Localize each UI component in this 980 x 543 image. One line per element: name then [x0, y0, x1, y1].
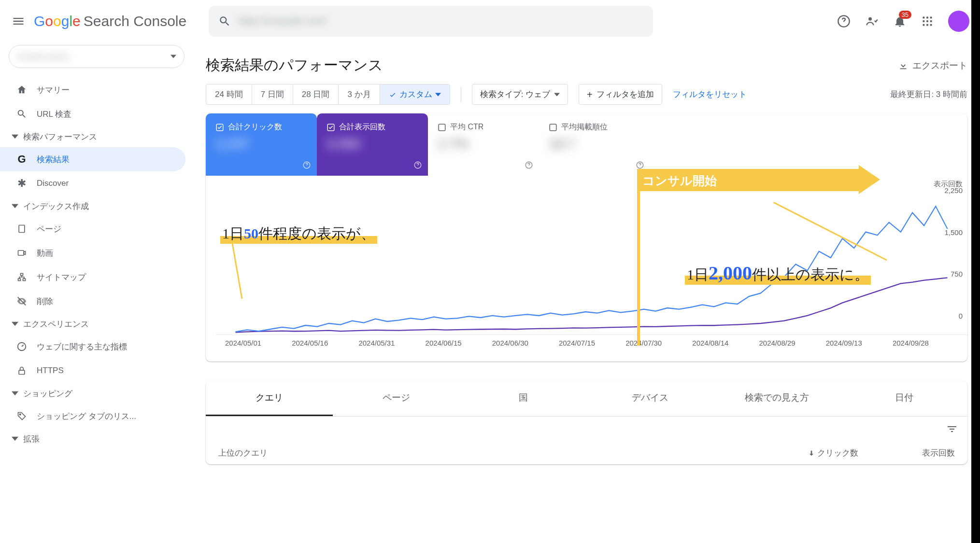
x-tick-label: 2024/08/29 — [759, 339, 795, 347]
metric-ctr-label: 平均 CTR — [450, 122, 483, 132]
lock-icon — [15, 366, 28, 376]
nav-pages[interactable]: ページ — [0, 217, 185, 241]
y-tick-label: 2,250 — [944, 186, 963, 195]
menu-icon[interactable] — [11, 14, 26, 29]
info-icon[interactable] — [525, 161, 533, 171]
x-tick-label: 2024/05/16 — [292, 339, 328, 347]
date-7d-button[interactable]: 7 日間 — [252, 84, 293, 104]
annotation-right: 1日2,000件以上の表示に。 — [685, 262, 871, 285]
annotation-line-right — [773, 202, 899, 265]
checkbox-checked-icon — [215, 123, 224, 132]
svg-rect-17 — [19, 370, 25, 374]
help-icon[interactable] — [837, 14, 851, 28]
metric-position-tile[interactable]: 平均掲載順位 18.7 — [539, 113, 650, 176]
search-icon — [15, 109, 28, 119]
tab-pages[interactable]: ページ — [333, 381, 460, 416]
nav-removals[interactable]: 削除 — [0, 289, 185, 313]
svg-point-6 — [926, 20, 928, 22]
info-icon[interactable] — [302, 161, 311, 171]
x-tick-label: 2024/09/13 — [826, 339, 862, 347]
metric-impressions-label: 合計表示回数 — [339, 122, 385, 132]
svg-rect-25 — [550, 124, 556, 131]
home-icon — [15, 84, 28, 95]
tab-appearance[interactable]: 検索での見え方 — [713, 381, 840, 416]
svg-rect-11 — [19, 225, 25, 233]
avatar[interactable] — [948, 11, 969, 32]
group-performance[interactable]: 検索パフォーマンス — [0, 126, 193, 147]
nav-discover[interactable]: ✱ Discover — [0, 171, 185, 195]
collapse-icon — [12, 390, 18, 397]
group-enhancements-label: 拡張 — [23, 433, 40, 445]
svg-point-1 — [868, 17, 872, 20]
nav-search-results-label: 検索結果 — [37, 154, 70, 165]
download-icon — [898, 60, 909, 71]
annotation-line-left — [215, 243, 244, 306]
nav-cwv[interactable]: ウェブに関する主な指標 — [0, 334, 185, 359]
scrollbar[interactable] — [971, 0, 980, 543]
sidebar: example property サマリー URL 検査 検索パフォーマンス G… — [0, 42, 193, 543]
date-24h-button[interactable]: 24 時間 — [206, 84, 252, 104]
group-experience[interactable]: エクスペリエンス — [0, 313, 193, 334]
svg-point-9 — [926, 24, 928, 26]
filter-list-icon[interactable] — [946, 423, 958, 435]
people-icon[interactable] — [865, 14, 879, 28]
add-filter-label: フィルタを追加 — [597, 89, 654, 100]
search-type-filter[interactable]: 検索タイプ: ウェブ — [472, 84, 568, 105]
product-logo[interactable]: Google Search Console — [34, 13, 186, 29]
apps-icon[interactable] — [921, 15, 934, 28]
nav-https[interactable]: HTTPS — [0, 359, 185, 383]
nav-url-inspect[interactable]: URL 検査 — [0, 102, 185, 126]
tab-devices[interactable]: デバイス — [586, 381, 713, 416]
metric-ctr-tile[interactable]: 平均 CTR 2.7% — [428, 113, 539, 176]
th-clicks[interactable]: クリック数 — [808, 447, 858, 459]
plus-icon: + — [587, 91, 593, 98]
divider — [461, 87, 461, 102]
svg-point-8 — [923, 24, 924, 26]
group-indexing[interactable]: インデックス作成 — [0, 195, 193, 217]
x-tick-label: 2024/07/15 — [559, 339, 595, 347]
y-tick-label: 0 — [959, 312, 963, 320]
performance-chart-card: 合計クリック数 2,247 合計表示回数 4,560 平 — [206, 113, 967, 362]
y-tick-label: 1,500 — [944, 228, 963, 237]
tab-dates[interactable]: 日付 — [840, 381, 967, 416]
th-impressions[interactable]: 表示回数 — [878, 447, 955, 459]
nav-shopping-listings[interactable]: ショッピング タブのリス... — [0, 404, 185, 428]
add-filter-button[interactable]: + フィルタを追加 — [579, 84, 662, 105]
svg-point-2 — [923, 16, 924, 18]
group-shopping[interactable]: ショッピング — [0, 383, 193, 404]
nav-summary[interactable]: サマリー — [0, 78, 185, 102]
query-table-card: クエリ ページ 国 デバイス 検索での見え方 日付 上位のクエリ クリック数 表… — [206, 381, 967, 464]
nav-video[interactable]: 動画 — [0, 241, 185, 265]
info-icon[interactable] — [413, 161, 422, 171]
export-button[interactable]: エクスポート — [898, 59, 967, 72]
sort-desc-icon — [808, 449, 815, 457]
svg-rect-14 — [18, 278, 21, 280]
y-tick-label: 750 — [951, 270, 963, 278]
tab-countries[interactable]: 国 — [460, 381, 587, 416]
metric-impressions-tile[interactable]: 合計表示回数 4,560 — [317, 113, 428, 176]
metric-clicks-tile[interactable]: 合計クリック数 2,247 — [206, 113, 317, 176]
export-label: エクスポート — [912, 59, 967, 72]
notifications-icon[interactable]: 35 — [893, 14, 907, 28]
property-selector[interactable]: example property — [9, 45, 185, 68]
video-icon — [15, 248, 28, 258]
svg-line-28 — [232, 243, 242, 299]
reset-filters-button[interactable]: フィルタをリセット — [673, 89, 747, 100]
group-performance-label: 検索パフォーマンス — [23, 131, 97, 142]
product-name-label: Search Console — [84, 13, 186, 29]
date-custom-button[interactable]: カスタム — [380, 84, 450, 104]
date-3m-button[interactable]: 3 か月 — [339, 84, 380, 104]
search-input[interactable]: https://example.com/ — [209, 6, 653, 37]
svg-point-4 — [930, 16, 932, 18]
annotation-arrow-icon — [859, 165, 880, 194]
page-icon — [15, 224, 28, 234]
tab-queries[interactable]: クエリ — [206, 381, 333, 416]
nav-sitemaps[interactable]: サイトマップ — [0, 265, 185, 289]
group-enhancements[interactable]: 拡張 — [0, 428, 193, 449]
date-28d-button[interactable]: 28 日間 — [293, 84, 339, 104]
nav-search-results[interactable]: G 検索結果 — [0, 147, 185, 171]
main-content: 検索結果のパフォーマンス エクスポート 24 時間 7 日間 28 日間 3 か… — [193, 42, 980, 543]
x-tick-label: 2024/07/30 — [625, 339, 662, 347]
sitemap-icon — [15, 272, 28, 282]
nav-https-label: HTTPS — [37, 366, 64, 376]
